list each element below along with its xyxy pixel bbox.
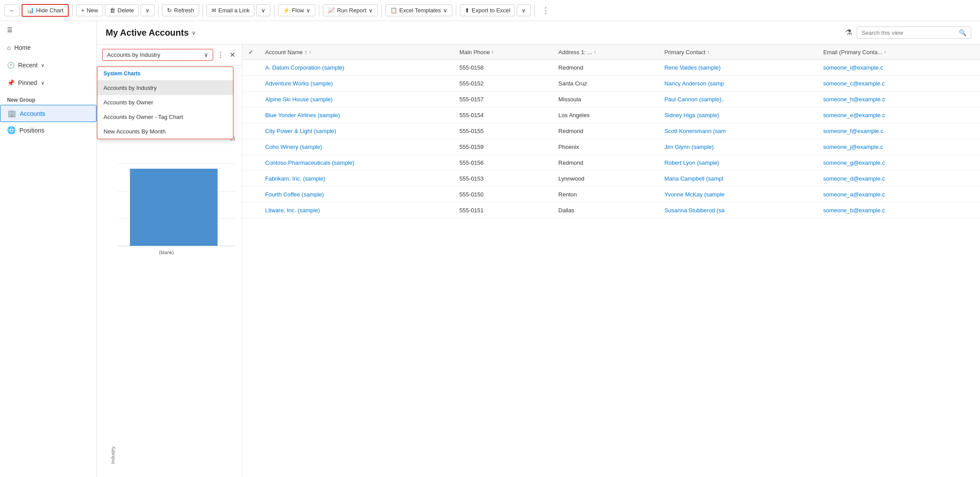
col-primary-contact[interactable]: Primary Contact ↕: [659, 44, 818, 60]
sidebar-menu-toggle[interactable]: ☰: [0, 21, 96, 39]
row-account-3[interactable]: Blue Yonder Airlines (sample): [260, 107, 454, 123]
sidebar-item-pinned[interactable]: 📌 Pinned ∨: [0, 74, 96, 92]
dropdown-item-3[interactable]: New Accounts By Month: [97, 124, 233, 139]
check-mark: ✓: [248, 48, 254, 55]
chart-header-icons: ⋮ ✕: [216, 49, 237, 60]
row-address-9: Dallas: [553, 203, 659, 218]
search-box: 🔍: [857, 26, 971, 39]
chart-close-button[interactable]: ✕: [228, 49, 237, 60]
chart-selector-label: Accounts by Industry: [107, 52, 160, 58]
row-contact-9[interactable]: Susanna Stubberod (sa: [659, 203, 818, 218]
chart-more-button[interactable]: ⋮: [216, 49, 226, 60]
row-contact-5[interactable]: Jim Glynn (sample): [659, 139, 818, 155]
row-email-8[interactable]: someone_a@example.c: [818, 187, 980, 203]
row-check-9[interactable]: [242, 203, 260, 218]
row-check-7[interactable]: [242, 171, 260, 187]
row-account-9[interactable]: Litware, Inc. (sample): [260, 203, 454, 218]
row-check-3[interactable]: [242, 107, 260, 123]
row-contact-4[interactable]: Scott Konersmann (sam: [659, 123, 818, 139]
chart-selector[interactable]: Accounts by Industry ∨: [102, 49, 213, 61]
sidebar: ☰ ⌂ Home 🕐 Recent ∨ 📌 Pinned ∨ New Group…: [0, 21, 97, 477]
row-email-9[interactable]: someone_b@example.c: [818, 203, 980, 218]
run-report-button[interactable]: 📈 Run Report ∨: [323, 4, 377, 16]
row-check-1[interactable]: [242, 76, 260, 92]
col-address[interactable]: Address 1: ... ↕: [553, 44, 659, 60]
chevron-down-icon: ∨: [145, 7, 150, 14]
home-icon: ⌂: [7, 44, 11, 51]
col-check: ✓: [242, 44, 260, 60]
back-button[interactable]: ←: [4, 4, 20, 16]
row-check-5[interactable]: [242, 139, 260, 155]
row-email-6[interactable]: someone_g@example.c: [818, 155, 980, 171]
row-email-0[interactable]: someone_i@example.c: [818, 60, 980, 76]
export-excel-button[interactable]: ⬆ Export to Excel: [460, 4, 515, 16]
row-contact-0[interactable]: Rene Valdes (sample): [659, 60, 818, 76]
row-account-5[interactable]: Coho Winery (sample): [260, 139, 454, 155]
blank-label: (blank): [159, 250, 174, 255]
row-contact-2[interactable]: Paul Cannon (sample)..: [659, 92, 818, 107]
table-row: City Power & Light (sample) 555-0155 Red…: [242, 123, 980, 139]
row-address-7: Lynnwood: [553, 171, 659, 187]
row-email-4[interactable]: someone_f@example.c: [818, 123, 980, 139]
row-account-0[interactable]: A. Datum Corporation (sample): [260, 60, 454, 76]
plus-icon: +: [81, 7, 85, 14]
dropdown-item-1[interactable]: Accounts by Owner: [97, 95, 233, 110]
hide-chart-button[interactable]: 📊 Hide Chart: [22, 4, 69, 17]
row-account-6[interactable]: Contoso Pharmaceuticals (sample): [260, 155, 454, 171]
new-button[interactable]: + New: [76, 4, 103, 16]
row-check-8[interactable]: [242, 187, 260, 203]
filter-icon[interactable]: ⚗: [845, 28, 852, 37]
flow-button[interactable]: ⚡ Flow ∨: [278, 4, 315, 16]
page-title: My Active Accounts: [106, 28, 189, 38]
row-contact-7[interactable]: Maria Campbell (sampl: [659, 171, 818, 187]
row-email-7[interactable]: someone_d@example.c: [818, 171, 980, 187]
col-main-phone[interactable]: Main Phone ↕: [454, 44, 553, 60]
delete-button[interactable]: 🗑 Delete: [105, 4, 139, 16]
excel-templates-button[interactable]: 📋 Excel Templates ∨: [385, 4, 452, 16]
grid-scroll[interactable]: ✓ Account Name ↑ ↕: [242, 44, 980, 477]
row-account-4[interactable]: City Power & Light (sample): [260, 123, 454, 139]
row-check-2[interactable]: [242, 92, 260, 107]
sidebar-item-positions[interactable]: 🌐 Positions: [0, 122, 96, 138]
email-chevron[interactable]: ∨: [256, 4, 270, 16]
row-address-4: Redmond: [553, 123, 659, 139]
row-account-1[interactable]: Adventure Works (sample): [260, 76, 454, 92]
dropdown-item-0[interactable]: Accounts by Industry: [97, 81, 233, 95]
more-options-button[interactable]: ⋮: [538, 4, 553, 18]
col-email[interactable]: Email (Primary Conta... ↕: [818, 44, 980, 60]
search-input[interactable]: [862, 30, 956, 36]
row-check-4[interactable]: [242, 123, 260, 139]
sidebar-item-recent[interactable]: 🕐 Recent ∨: [0, 56, 96, 74]
row-contact-1[interactable]: Nancy Anderson (samp: [659, 76, 818, 92]
separator-3: [203, 4, 203, 17]
row-email-2[interactable]: someone_h@example.c: [818, 92, 980, 107]
row-email-5[interactable]: someone_j@example.c: [818, 139, 980, 155]
col-account-name[interactable]: Account Name ↑ ↕: [260, 44, 454, 60]
row-account-8[interactable]: Fourth Coffee (sample): [260, 187, 454, 203]
delete-chevron[interactable]: ∨: [141, 4, 155, 16]
row-contact-6[interactable]: Robert Lyon (sample): [659, 155, 818, 171]
row-email-3[interactable]: someone_e@example.c: [818, 107, 980, 123]
row-account-2[interactable]: Alpine Ski House (sample): [260, 92, 454, 107]
sidebar-item-home[interactable]: ⌂ Home: [0, 39, 96, 56]
export-chevron[interactable]: ∨: [517, 4, 531, 16]
email-link-button[interactable]: ✉ Email a Link: [207, 4, 255, 16]
refresh-button[interactable]: ↻ Refresh: [162, 4, 199, 16]
dropdown-item-2[interactable]: Accounts by Owner - Tag Chart: [97, 110, 233, 124]
row-phone-6: 555-0156: [454, 155, 553, 171]
row-check-0[interactable]: [242, 60, 260, 76]
table-row: Fabrikam, Inc. (sample) 555-0153 Lynnwoo…: [242, 171, 980, 187]
row-address-1: Santa Cruz: [553, 76, 659, 92]
page-title-chevron-icon[interactable]: ∨: [192, 30, 196, 36]
row-email-1[interactable]: someone_c@example.c: [818, 76, 980, 92]
sidebar-item-accounts[interactable]: 🏢 Accounts: [0, 105, 96, 122]
export-chevron-icon: ∨: [521, 7, 526, 14]
row-contact-3[interactable]: Sidney Higa (sample): [659, 107, 818, 123]
row-check-6[interactable]: [242, 155, 260, 171]
recent-icon: 🕐: [7, 62, 15, 69]
row-contact-8[interactable]: Yvonne McKay (sample: [659, 187, 818, 203]
grid-panel: ✓ Account Name ↑ ↕: [242, 44, 980, 477]
report-icon: 📈: [328, 7, 335, 14]
row-account-7[interactable]: Fabrikam, Inc. (sample): [260, 171, 454, 187]
row-phone-9: 555-0151: [454, 203, 553, 218]
